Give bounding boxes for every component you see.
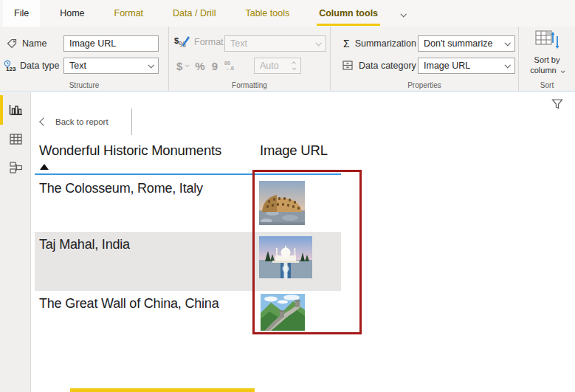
sort-by-column-icon — [535, 30, 560, 52]
chevron-down-icon — [148, 62, 154, 68]
chevron-up-icon — [292, 61, 296, 66]
data-type-label: Data type — [20, 61, 60, 71]
tab-data-drill[interactable]: Data / Drill — [162, 0, 227, 27]
column-name-value: Image URL — [69, 38, 116, 49]
format-dropdown: Text — [224, 35, 326, 52]
tab-column-tools[interactable]: Column tools — [308, 0, 389, 27]
chevron-down-icon — [561, 69, 565, 73]
powerbi-window: File Home Format Data / Drill Table tool… — [0, 0, 575, 392]
currency-format-icon: $ — [176, 60, 182, 72]
format-currency-pencil-icon: $ % — [174, 35, 190, 49]
data-type-dropdown[interactable]: Text — [63, 58, 159, 74]
formatting-group-label: Formatting — [169, 81, 330, 89]
ribbon-group-properties: Σ Summarization Don't summarize Data cat… — [330, 27, 518, 92]
chevron-down-icon — [315, 40, 321, 46]
ribbon-tab-bar: File Home Format Data / Drill Table tool… — [0, 0, 575, 27]
chevron-down-icon — [292, 66, 297, 70]
ribbon: Name Image URL 123 Data type Text Struct… — [0, 27, 575, 92]
focus-mode-canvas: Back to report Wonderful Historic Monume… — [31, 92, 575, 392]
great-wall-photo — [261, 294, 305, 331]
properties-group-label: Properties — [331, 81, 518, 89]
data-type-value: Text — [69, 61, 86, 71]
summarization-dropdown[interactable]: Don't summarize — [418, 35, 515, 52]
sort-by-column-button[interactable]: Sort by column — [519, 27, 575, 78]
data-view-icon — [10, 134, 22, 145]
decimal-places-value: Auto — [260, 61, 279, 71]
sidebar-item-data-view[interactable] — [0, 128, 31, 150]
chevron-down-icon — [504, 40, 510, 46]
sort-group-label: Sort — [519, 81, 575, 89]
data-category-icon — [342, 61, 353, 71]
ribbon-group-formatting: $ % Format Text $ % 9 00 →.0 — [168, 27, 330, 92]
back-to-report-label: Back to report — [55, 117, 109, 126]
monument-name-cell: Taj Mahal, India — [39, 237, 130, 252]
view-switcher-sidebar — [0, 92, 31, 392]
horizontal-scrollbar-thumb[interactable] — [70, 388, 255, 392]
tab-format[interactable]: Format — [103, 0, 155, 27]
summarization-value: Don't summarize — [424, 38, 492, 49]
filter-icon[interactable] — [551, 98, 563, 110]
data-category-label: Data category — [359, 61, 416, 71]
monument-name-cell: The Colosseum, Rome, Italy — [39, 181, 203, 196]
decimal-bottom: →.0 — [224, 66, 234, 71]
tag-icon — [6, 38, 18, 49]
chevron-down-icon — [504, 62, 510, 68]
data-category-value: Image URL — [424, 61, 470, 71]
data-category-dropdown[interactable]: Image URL — [418, 58, 515, 74]
chevron-left-icon — [39, 117, 47, 125]
decimal-places-icon: 00 →.0 — [224, 61, 234, 71]
data-type-icon: 123 — [4, 60, 17, 72]
sidebar-item-report-view[interactable] — [0, 99, 31, 121]
svg-text:%: % — [179, 40, 186, 49]
summarization-label: Summarization — [355, 38, 416, 49]
column-name-input[interactable]: Image URL — [63, 35, 159, 52]
percent-format-icon: % — [195, 60, 204, 72]
monument-name-cell: The Great Wall of China, China — [39, 296, 218, 312]
taj-mahal-photo — [259, 236, 312, 278]
toolbar-divider — [131, 109, 132, 135]
column-header-image-url[interactable]: Image URL — [260, 142, 328, 159]
tab-home[interactable]: Home — [49, 0, 95, 27]
structure-group-label: Structure — [0, 81, 168, 89]
chevron-down-icon — [185, 63, 190, 67]
ribbon-group-structure: Name Image URL 123 Data type Text Struct… — [0, 27, 168, 92]
format-value: Text — [230, 38, 247, 49]
decimal-places-stepper: Auto — [254, 58, 301, 74]
name-label: Name — [22, 38, 47, 49]
tab-file[interactable]: File — [3, 0, 40, 27]
table-row[interactable]: The Great Wall of China, China — [35, 291, 341, 345]
table-row[interactable]: Taj Mahal, India — [35, 232, 341, 291]
decimal-top: 00 — [224, 61, 230, 66]
ribbon-collapse-chevron-icon[interactable] — [401, 7, 405, 20]
ribbon-group-sort: Sort by column Sort — [518, 27, 575, 92]
format-label: Format — [194, 37, 224, 47]
tab-table-tools[interactable]: Table tools — [234, 0, 300, 27]
sort-by-column-label-line1: Sort by — [534, 55, 560, 64]
sort-ascending-icon[interactable] — [40, 164, 49, 170]
colosseum-photo — [259, 181, 305, 225]
thousands-separator-icon: 9 — [212, 60, 218, 72]
sort-by-column-label-line2: column — [530, 66, 556, 75]
back-to-report-button[interactable]: Back to report — [41, 114, 109, 129]
model-view-icon — [10, 162, 22, 173]
table-row[interactable]: The Colosseum, Rome, Italy — [35, 176, 341, 232]
report-view-icon — [9, 104, 23, 117]
header-underline — [35, 173, 341, 175]
column-header-monuments[interactable]: Wonderful Historic Monuments — [39, 142, 221, 159]
svg-text:123: 123 — [6, 66, 16, 72]
sidebar-item-model-view[interactable] — [0, 157, 31, 179]
sigma-icon: Σ — [343, 38, 350, 49]
